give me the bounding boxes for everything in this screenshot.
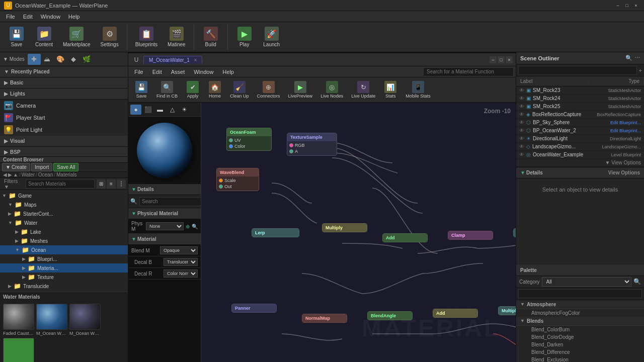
folder-lake[interactable]: ▶ 📁 Lake bbox=[0, 227, 128, 236]
menu-window[interactable]: Window bbox=[37, 13, 64, 21]
mode-paint[interactable]: 🎨 bbox=[54, 54, 67, 65]
node-mul-2[interactable]: Multiply bbox=[498, 306, 516, 315]
node-add[interactable]: Add bbox=[382, 233, 428, 242]
folder-ocean[interactable]: ▼ 📁 Ocean bbox=[0, 245, 128, 254]
mat-save-btn[interactable]: 💾 Save bbox=[131, 80, 151, 100]
filters-button[interactable]: Filters ▼ bbox=[2, 177, 24, 191]
node-wave-blend[interactable]: WaveBlend Scale Out bbox=[216, 168, 259, 191]
mode-sculpt[interactable]: ⛰ bbox=[41, 54, 54, 65]
minimize-button[interactable]: – bbox=[614, 2, 622, 10]
so-item-rock25[interactable]: 👁 ▣ SM_Rock25 StaticMeshActor bbox=[516, 103, 644, 111]
details-header[interactable]: ▼ Details bbox=[128, 184, 201, 195]
toolbar-blueprints[interactable]: 📋 Blueprints bbox=[131, 25, 162, 49]
create-button[interactable]: ▼ Create bbox=[2, 163, 30, 171]
bc-water[interactable]: Water bbox=[22, 172, 35, 177]
class-camera[interactable]: 📷 Camera bbox=[0, 100, 128, 112]
folder-materials-sub[interactable]: ▶ 📁 Materia... bbox=[0, 263, 128, 273]
node-lerp-1[interactable]: Lerp bbox=[252, 228, 299, 237]
mat-nodes-btn[interactable]: ◎ Live Nodes bbox=[317, 80, 346, 100]
import-button[interactable]: Import bbox=[31, 163, 52, 171]
phys-mat-pick-btn[interactable]: ⊕ bbox=[186, 224, 190, 229]
asset-m-ocean-water-1[interactable]: M_Ocean Water_1 bbox=[36, 304, 67, 336]
material-header[interactable]: ▼ Material bbox=[128, 234, 201, 245]
folder-meshes[interactable]: ▶ 📁 Meshes bbox=[0, 236, 128, 245]
bsp-header[interactable]: ▶ BSP bbox=[0, 147, 128, 157]
node-blend-norm[interactable]: BlendAngle bbox=[367, 311, 413, 320]
phys-mat-select[interactable]: None bbox=[146, 222, 184, 230]
so-create-icon[interactable]: + bbox=[639, 67, 642, 73]
folder-blueprints[interactable]: ▶ 📁 Bluepri... bbox=[0, 254, 128, 263]
save-all-button[interactable]: Save All bbox=[53, 163, 78, 171]
so-search-input[interactable] bbox=[518, 66, 637, 75]
so-item-dirlight[interactable]: 👁 ☀ DirectionalLight DirectionalLight bbox=[516, 135, 644, 143]
palette-search-input[interactable] bbox=[518, 289, 642, 298]
toolbar-play[interactable]: ▶ Play bbox=[232, 25, 257, 49]
asset-oce[interactable]: Oce... bbox=[3, 338, 34, 362]
mat-search-function[interactable] bbox=[423, 67, 514, 76]
so-item-view-options[interactable]: ▼ View Options bbox=[516, 159, 644, 167]
decal-blend-select[interactable]: Translucent bbox=[164, 258, 198, 266]
folder-texture[interactable]: ▶ 📁 Texture bbox=[0, 273, 128, 282]
mat-graph[interactable]: MATERIAL bbox=[201, 103, 516, 362]
physical-mat-header[interactable]: ▼ Physical Material bbox=[128, 208, 201, 219]
visual-header[interactable]: ▶ Visual bbox=[0, 136, 128, 147]
class-player-start[interactable]: 🚩 Player Start bbox=[0, 112, 128, 124]
node-normal-map[interactable]: NormalMap bbox=[302, 314, 347, 323]
mode-foliage[interactable]: 🌿 bbox=[80, 54, 93, 65]
mat-stats-btn[interactable]: 📊 Stats bbox=[380, 80, 400, 100]
bc-nav-forward[interactable]: ▶ bbox=[8, 172, 12, 177]
view-options-icon[interactable]: ▼ View Options bbox=[605, 160, 641, 165]
asset-faded-caustics[interactable]: Faded Caustics bbox=[3, 304, 34, 336]
mat-clean-btn[interactable]: 🧹 Clean Up bbox=[227, 80, 252, 100]
mat-editor-tab[interactable]: M_OceanWater_1 × bbox=[143, 56, 202, 64]
bc-materials[interactable]: Materials bbox=[56, 172, 77, 177]
so-item-boxreflect[interactable]: 👁 ◈ BoxReflectionCapture BoxReflectionCa… bbox=[516, 111, 644, 119]
view-tiles[interactable]: ⊞ bbox=[97, 179, 106, 189]
palette-item-exclusion[interactable]: Blend_Exclusion bbox=[516, 356, 644, 363]
toolbar-settings[interactable]: ⚙ Settings bbox=[97, 25, 123, 49]
category-select[interactable]: All bbox=[542, 277, 631, 287]
palette-item-darken[interactable]: Blend_Darken bbox=[516, 341, 644, 348]
mode-geometry[interactable]: ◆ bbox=[67, 54, 80, 65]
so-item-bpsky[interactable]: 👁 ⬡ BP_Sky_Sphere Edit Blueprint... bbox=[516, 119, 644, 127]
mat-menu-asset[interactable]: Asset bbox=[167, 68, 189, 76]
so-item-rock23[interactable]: 👁 ▣ SM_Rock23 StaticMeshActor bbox=[516, 86, 644, 95]
blend-mode-select[interactable]: Opaque Translucent Masked bbox=[160, 246, 198, 254]
close-button[interactable]: × bbox=[632, 2, 640, 10]
bp-ocean-link[interactable]: Edit Blueprint... bbox=[586, 128, 641, 133]
palette-item-colorburn[interactable]: Blend_ColorBurn bbox=[516, 326, 644, 333]
so-item-oceanexample[interactable]: 👁 ◎ OceanWater_Example Level Blueprint bbox=[516, 151, 644, 159]
mat-prev-btn[interactable]: ▶ LivePreview bbox=[285, 80, 316, 100]
node-uv-pan[interactable]: Panner bbox=[231, 304, 277, 313]
toolbar-content[interactable]: 📁 Content bbox=[31, 25, 57, 49]
lights-header[interactable]: ▶ Lights bbox=[0, 88, 128, 100]
folder-water[interactable]: ▼ 📁 Water bbox=[0, 218, 128, 227]
group-atmosphere-header[interactable]: ▼ Atmosphere bbox=[516, 300, 644, 309]
mat-conn-btn[interactable]: ⊕ Connectors bbox=[254, 80, 283, 100]
toolbar-marketplace[interactable]: 🛒 Marketplace bbox=[59, 25, 94, 49]
class-point-light[interactable]: 💡 Point Light bbox=[0, 124, 128, 136]
toolbar-launch[interactable]: 🚀 Launch bbox=[259, 25, 284, 49]
menu-file[interactable]: File bbox=[2, 13, 19, 21]
bc-ocean[interactable]: Ocean bbox=[38, 172, 53, 177]
prev-sphere-btn[interactable]: ● bbox=[130, 105, 141, 115]
mode-place[interactable]: ✚ bbox=[28, 54, 41, 65]
folder-maps[interactable]: ▼ 📁 Maps bbox=[0, 200, 128, 209]
search-materials-input[interactable] bbox=[26, 179, 95, 189]
prev-lit-btn[interactable]: ☀ bbox=[179, 105, 190, 115]
node-add-2[interactable]: Add bbox=[433, 309, 478, 318]
asset-m-ocean-water-inst[interactable]: M_Ocean Water_1 Inst bbox=[69, 304, 101, 336]
palette-item-difference[interactable]: Blend_Difference bbox=[516, 348, 644, 356]
bc-nav-up[interactable]: ▲ bbox=[13, 172, 18, 177]
so-item-bpocean[interactable]: 👁 ⬡ BP_OceanWater_2 Edit Blueprint... bbox=[516, 127, 644, 135]
group-blends-header[interactable]: ▼ Blends bbox=[516, 317, 644, 326]
prev-mesh-btn[interactable]: △ bbox=[167, 105, 178, 115]
mat-apply-btn[interactable]: ✔ Apply bbox=[183, 80, 203, 100]
toolbar-build[interactable]: 🔨 Build bbox=[198, 25, 223, 49]
mat-menu-edit[interactable]: Edit bbox=[148, 68, 166, 76]
palette-search-icon[interactable]: 🔍 bbox=[633, 278, 641, 285]
mat-menu-file[interactable]: File bbox=[130, 68, 147, 76]
palette-item-fogcolor[interactable]: AtmosphericFogColor bbox=[516, 309, 644, 317]
prev-cylinder-btn[interactable]: ⬛ bbox=[142, 105, 153, 115]
mat-update-btn[interactable]: ↻ Live Update bbox=[348, 80, 378, 100]
